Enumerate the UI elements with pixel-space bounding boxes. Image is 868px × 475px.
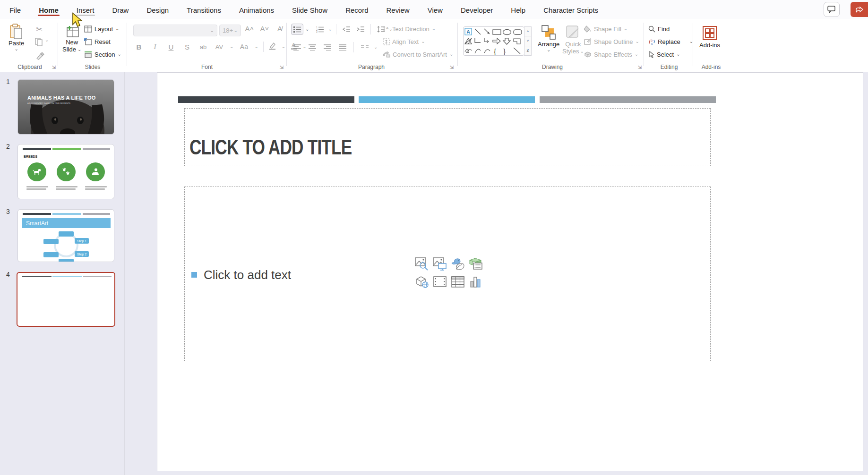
tab-transitions[interactable]: Transitions (186, 2, 222, 17)
section-button[interactable]: Section ⌄ (84, 48, 121, 60)
find-button[interactable]: Find (648, 23, 670, 35)
italic-button[interactable]: I (149, 43, 161, 51)
content-placeholder[interactable]: Click to add text (184, 187, 711, 361)
insert-stock-images-button[interactable] (413, 255, 431, 273)
shape-fill-button[interactable]: Shape Fill ⌄ (584, 23, 627, 35)
svg-text:c: c (651, 42, 653, 45)
copy-dropdown[interactable]: ⌄ (45, 38, 49, 46)
shape-effects-button[interactable]: Shape Effects ⌄ (584, 48, 638, 60)
arrange-dropdown[interactable]: ⌄ (547, 48, 550, 52)
ribbon: Paste ⌄ ✂ ⌄ Clipboard ⇲ (0, 19, 868, 72)
decrease-indent-button[interactable] (340, 24, 352, 35)
highlight-dropdown[interactable]: ⌄ (282, 44, 285, 49)
comments-button[interactable] (824, 2, 840, 17)
justify-button[interactable] (336, 42, 349, 53)
new-slide-dropdown[interactable]: ⌄ (77, 47, 81, 52)
tab-draw[interactable]: Draw (111, 2, 129, 17)
text-direction-button[interactable]: A Text Direction ⌄ (383, 23, 436, 35)
editing-group-label: Editing (646, 64, 692, 70)
paste-button[interactable]: Paste ⌄ (9, 24, 24, 51)
change-case-dropdown[interactable]: ⌄ (254, 44, 258, 49)
format-painter-button[interactable] (36, 52, 44, 62)
shape-outline-button[interactable]: Shape Outline ⌄ (584, 35, 639, 48)
numbering-dropdown[interactable]: ⌄ (328, 27, 332, 32)
tab-developer[interactable]: Developer (460, 2, 494, 17)
shapes-more-button[interactable]: ⊻ (524, 46, 532, 56)
align-right-button[interactable] (321, 42, 334, 53)
drawing-dialog-launcher[interactable]: ⇲ (638, 65, 642, 70)
layout-button[interactable]: Layout ⌄ (84, 23, 119, 35)
addins-button[interactable]: Add-ins (699, 25, 720, 49)
new-slide-label1: New (66, 39, 78, 46)
cut-button[interactable]: ✂ (36, 25, 43, 34)
font-name-combo[interactable]: ⌄ (133, 25, 217, 36)
increase-indent-button[interactable] (354, 24, 367, 35)
tab-character-scripts[interactable]: Character Scripts (542, 2, 599, 17)
bullets-button[interactable] (291, 24, 303, 35)
insert-table-button[interactable] (449, 273, 467, 291)
align-center-button[interactable] (306, 42, 318, 53)
clear-formatting-button[interactable]: A̸ (274, 25, 285, 33)
character-spacing-dropdown[interactable]: ⌄ (230, 44, 233, 49)
copy-button[interactable]: ⌄ (35, 38, 49, 46)
present-share-button[interactable] (851, 2, 868, 17)
insert-chart-button[interactable] (467, 273, 485, 291)
slide-editing-canvas[interactable]: CLICK TO ADD TITLE Click to add text (157, 72, 863, 471)
shapes-scroll-down[interactable]: ˅ (524, 36, 532, 46)
slide-3-thumbnail[interactable]: SmartArt Step 1 Step 2 (17, 209, 114, 262)
tab-home[interactable]: Home (38, 2, 60, 17)
columns-button[interactable] (359, 42, 371, 53)
tab-slide-show[interactable]: Slide Show (291, 2, 328, 17)
font-size-combo[interactable]: 18+ ⌄ (219, 25, 241, 36)
tab-animations[interactable]: Animations (238, 2, 275, 17)
shrink-font-button[interactable]: A˅ (259, 25, 270, 33)
paragraph-dialog-launcher[interactable]: ⇲ (450, 65, 454, 70)
arrange-button[interactable]: Arrange ⌄ (538, 25, 559, 52)
insert-pictures-button[interactable] (431, 255, 449, 273)
align-left-button[interactable] (291, 42, 303, 53)
align-text-button[interactable]: Align Text ⌄ (383, 35, 425, 48)
slide-1-thumbnail[interactable]: ANIMALS HAS A LIFE TOO A DOCUMENTARY BAS… (17, 79, 114, 135)
slide-4-thumbnail[interactable] (17, 272, 115, 327)
convert-to-smartart-button[interactable]: Convert to SmartArt ⌄ (383, 48, 453, 60)
tab-file[interactable]: File (9, 2, 22, 17)
insert-video-button[interactable] (431, 273, 449, 291)
strikethrough-button[interactable]: ab (198, 43, 209, 51)
bold-button[interactable]: B (133, 43, 145, 51)
quick-styles-button[interactable]: Quick Styles ⌄ (562, 25, 584, 55)
paste-dropdown[interactable]: ⌄ (14, 47, 18, 51)
insert-3d-models-button[interactable] (413, 273, 431, 291)
highlight-color-button[interactable] (268, 42, 277, 52)
tab-record[interactable]: Record (344, 2, 369, 17)
reset-button[interactable]: Reset (84, 35, 111, 48)
group-drawing: A { } (462, 19, 643, 72)
replace-button[interactable]: b c Replace ⌄ (648, 35, 693, 48)
underline-button[interactable]: U (165, 43, 177, 51)
numbering-button[interactable]: 1 2 3 (314, 24, 326, 35)
title-placeholder[interactable]: CLICK TO ADD TITLE (184, 108, 711, 166)
tab-help[interactable]: Help (510, 2, 526, 17)
insert-smartart-button[interactable] (467, 255, 485, 273)
columns-dropdown[interactable]: ⌄ (374, 45, 378, 50)
clipboard-dialog-launcher[interactable]: ⇲ (52, 65, 56, 70)
insert-icons-button[interactable] (449, 255, 467, 273)
section-dropdown: ⌄ (117, 52, 121, 57)
tab-review[interactable]: Review (386, 2, 411, 17)
group-paragraph: ⌄ 1 2 3 ⌄ (288, 19, 455, 72)
font-dialog-launcher[interactable]: ⇲ (280, 65, 284, 70)
select-button[interactable]: Select ⌄ (648, 48, 680, 60)
font-group-label: Font (129, 64, 284, 70)
bullets-dropdown[interactable]: ⌄ (305, 27, 309, 32)
group-addins: Add-ins Add-ins (695, 19, 728, 72)
drawing-group-label: Drawing (462, 64, 643, 70)
shapes-scroll-up[interactable]: ˄ (524, 26, 532, 36)
tab-view[interactable]: View (427, 2, 444, 17)
tab-design[interactable]: Design (146, 2, 170, 17)
shapes-gallery[interactable]: A { } (463, 26, 524, 56)
grow-font-button[interactable]: A˄ (244, 25, 255, 33)
slide-2-thumbnail[interactable]: BREEDS (17, 144, 114, 199)
character-spacing-button[interactable]: AV (214, 43, 225, 51)
text-shadow-button[interactable]: S (181, 43, 193, 51)
change-case-button[interactable]: Aa (238, 43, 249, 51)
shapes-gallery-icons: A { } (464, 27, 524, 55)
